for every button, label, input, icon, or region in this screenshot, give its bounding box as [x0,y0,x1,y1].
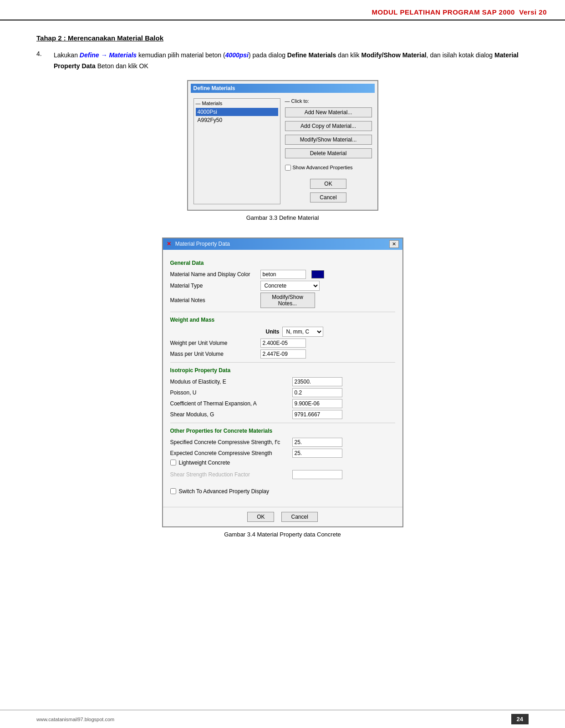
section-heading: Tahap 2 : Merencanakan Material Balok [36,34,529,42]
expected-strength-label: Expected Concrete Compressive Strength [170,450,289,456]
add-new-material-button[interactable]: Add New Material... [285,107,372,117]
mpd-footer: OK Cancel [163,507,402,526]
thermal-input[interactable] [292,399,342,408]
shear-reduction-label: Shear Strength Reduction Factor [170,471,289,478]
mpd-titlebar: ✕ Material Property Data ✕ [163,238,402,250]
shear-reduction-input[interactable] [292,470,342,479]
step-text: Lakukan Define → Materials kemudian pili… [54,50,529,72]
figure2-caption: Gambar 3.4 Material Property data Concre… [224,531,341,538]
poisson-row: Poisson, U [170,388,395,397]
page-footer: www.catatanismail97.blogspot.com 24 [0,710,565,728]
mpd-icon: ✕ [167,241,171,247]
weight-mass-title: Weight and Mass [170,317,395,323]
switch-advanced-label: Switch To Advanced Property Display [179,488,270,495]
lightweight-row: Lightweight Concrete [170,460,395,466]
define-materials-wrapper: Define Materials — Materials 4000Psi A99… [36,80,529,229]
material-name-inline: 4000psi [225,51,249,59]
header-main-title: MODUL PELATIHAN PROGRAM SAP 2000 [372,8,515,16]
footer-page-number: 24 [511,714,529,724]
general-data-title: General Data [170,260,395,266]
mass-per-unit-label: Mass per Unit Volume [170,351,257,357]
material-item-a992fy50[interactable]: A992Fy50 [196,116,278,124]
modify-show-bold: Modify/Show Material [361,51,426,59]
material-name-row: Material Name and Display Color [170,270,395,279]
show-advanced-checkbox[interactable] [285,165,291,171]
mpd-body: General Data Material Name and Display C… [163,250,402,502]
weight-per-unit-input[interactable] [260,339,306,348]
units-label: Units [266,329,280,335]
lightweight-label: Lightweight Concrete [179,460,230,466]
define-materials-body: — Materials 4000Psi A992Fy50 — Click to:… [191,96,375,207]
mpd-wrapper: ✕ Material Property Data ✕ General Data … [36,238,529,546]
show-advanced-label: Show Advanced Properties [293,165,353,170]
poisson-label: Poisson, U [170,389,289,396]
step-4: 4. Lakukan Define → Materials kemudian p… [36,50,529,72]
clickto-label: — Click to: [285,98,372,104]
page-header: MODUL PELATIHAN PROGRAM SAP 2000 Versi 2… [0,0,565,20]
delete-material-button[interactable]: Delete Material [285,148,372,158]
mass-per-unit-input[interactable] [260,349,306,359]
units-header-row: Units N, mm, C [170,327,395,337]
mpd-title: Material Property Data [175,241,230,247]
define-ok-button[interactable]: OK [310,179,346,189]
general-data-grid: Material Name and Display Color Material… [170,270,395,308]
shear-input[interactable] [292,410,342,419]
modulus-input[interactable] [292,377,342,386]
define-materials-titlebar: Define Materials [191,84,375,93]
shear-reduction-row: Shear Strength Reduction Factor [170,470,395,479]
material-type-select[interactable]: Concrete [260,281,320,291]
switch-advanced-checkbox[interactable] [170,488,176,494]
material-notes-row: Material Notes Modify/Show Notes... [170,293,395,308]
switch-advanced-row: Switch To Advanced Property Display [170,488,395,495]
iso-grid: Modulus of Elasticity, E Poisson, U Coef… [170,377,395,419]
page-content: Tahap 2 : Merencanakan Material Balok 4.… [0,20,565,572]
weight-per-unit-label: Weight per Unit Volume [170,340,257,346]
material-name-label: Material Name and Display Color [170,271,257,278]
show-advanced-row: Show Advanced Properties [285,165,372,171]
shear-row: Shear Modulus, G [170,410,395,419]
mpd-dialog: ✕ Material Property Data ✕ General Data … [162,238,403,527]
modify-show-notes-button[interactable]: Modify/Show Notes... [260,293,315,308]
header-title: MODUL PELATIHAN PROGRAM SAP 2000 Versi 2… [372,8,547,16]
material-type-row: Material Type Concrete [170,281,395,291]
specified-strength-label: Specified Concrete Compressive Strength,… [170,439,289,445]
mass-per-unit-row: Mass per Unit Volume [170,349,395,359]
step-number: 4. [36,50,49,72]
isotropic-title: Isotropic Property Data [170,367,395,374]
modify-show-material-button[interactable]: Modify/Show Material... [285,135,372,145]
weight-mass-grid: Units N, mm, C Weight per Unit Volume Ma… [170,327,395,359]
mpd-close-button[interactable]: ✕ [389,240,399,248]
define-cancel-button[interactable]: Cancel [310,192,346,202]
define-materials-bold: Define Materials [287,51,336,59]
footer-url: www.catatanismail97.blogspot.com [36,717,114,722]
specified-strength-row: Specified Concrete Compressive Strength,… [170,438,395,447]
mpd-cancel-button[interactable]: Cancel [281,512,317,522]
shear-label: Shear Modulus, G [170,411,289,418]
thermal-label: Coefficient of Thermal Expansion, A [170,400,289,407]
other-props-title: Other Properties for Concrete Materials [170,428,395,434]
material-item-4000psi[interactable]: 4000Psi [196,108,278,116]
define-dialog-footer: OK Cancel [285,179,372,204]
units-select[interactable]: N, mm, C [282,327,323,337]
lightweight-checkbox[interactable] [170,460,176,465]
poisson-input[interactable] [292,388,342,397]
add-copy-material-button[interactable]: Add Copy of Material... [285,121,372,131]
figure1-caption: Gambar 3.3 Define Material [246,214,319,221]
modulus-row: Modulus of Elasticity, E [170,377,395,386]
define-materials-link: Define → Materials [80,51,137,59]
materials-panel-title: — Materials [196,101,278,106]
specified-strength-input[interactable] [292,438,342,447]
material-name-input[interactable] [260,270,306,279]
mpd-ok-button[interactable]: OK [247,512,274,522]
modulus-label: Modulus of Elasticity, E [170,379,289,385]
weight-per-unit-row: Weight per Unit Volume [170,339,395,348]
define-materials-dialog: Define Materials — Materials 4000Psi A99… [187,80,378,211]
thermal-row: Coefficient of Thermal Expansion, A [170,399,395,408]
material-type-label: Material Type [170,283,257,289]
conc-grid: Specified Concrete Compressive Strength,… [170,438,395,479]
header-version: Versi 20 [519,8,547,16]
material-notes-label: Material Notes [170,297,257,303]
expected-strength-row: Expected Concrete Compressive Strength [170,449,395,458]
expected-strength-input[interactable] [292,449,342,458]
material-color-box[interactable] [311,270,324,278]
